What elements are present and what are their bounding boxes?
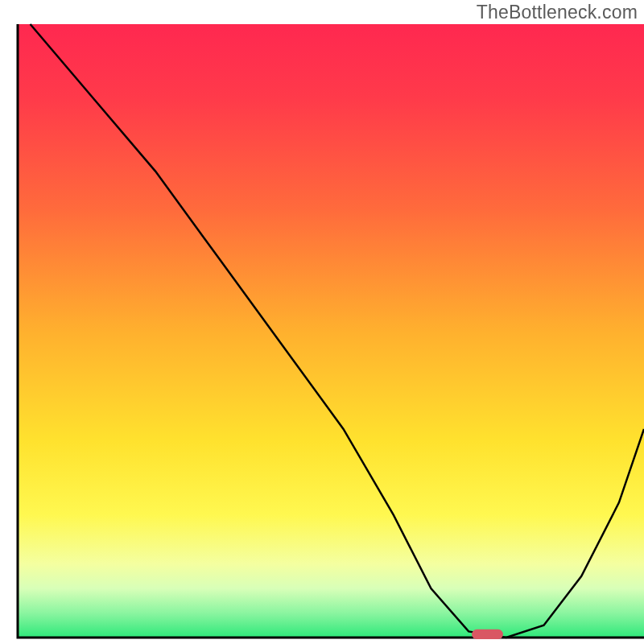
optimum-marker (472, 630, 503, 639)
bottleneck-chart (0, 0, 644, 644)
plot-area (18, 24, 644, 638)
chart-container: TheBottleneck.com (0, 0, 644, 644)
